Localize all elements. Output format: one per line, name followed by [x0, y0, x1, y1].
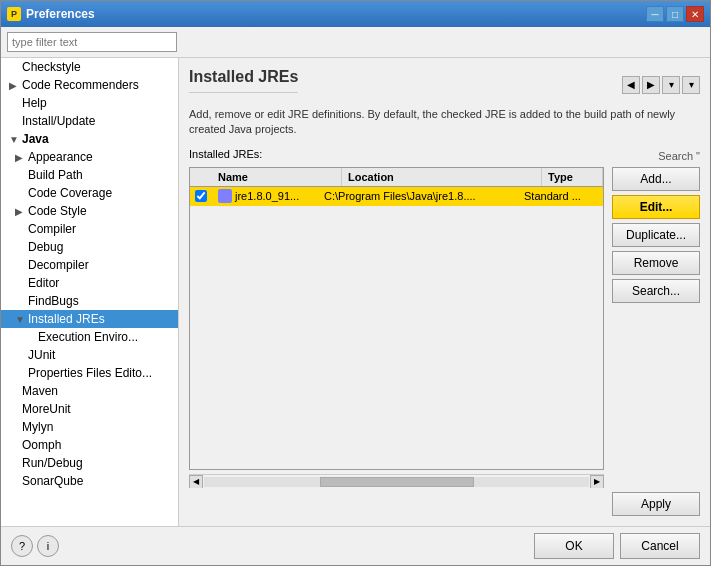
main-split: Checkstyle ▶ Code Recommenders Help Inst… — [1, 58, 710, 526]
sidebar-item-label: Appearance — [28, 150, 93, 164]
sidebar-item-junit[interactable]: JUnit — [1, 346, 178, 364]
sidebar-item-execution-enviro[interactable]: Execution Enviro... — [1, 328, 178, 346]
sidebar-item-label: Mylyn — [22, 420, 53, 434]
name-column-header: Name — [212, 168, 342, 186]
sidebar-item-code-recommenders[interactable]: ▶ Code Recommenders — [1, 76, 178, 94]
jre-name: jre1.8.0_91... — [235, 190, 299, 202]
table-container: Name Location Type — [189, 167, 604, 488]
sidebar-item-label: Maven — [22, 384, 58, 398]
nav-forward-button[interactable]: ▶ — [642, 76, 660, 94]
no-arrow — [9, 62, 19, 73]
sidebar-item-compiler[interactable]: Compiler — [1, 220, 178, 238]
nav-dropdown2-button[interactable]: ▾ — [682, 76, 700, 94]
sidebar-item-label: Compiler — [28, 222, 76, 236]
panel-title: Installed JREs — [189, 68, 298, 93]
sidebar-item-editor[interactable]: Editor — [1, 274, 178, 292]
ok-button[interactable]: OK — [534, 533, 614, 559]
type-cell: Standard ... — [518, 188, 603, 204]
search-button[interactable]: Search... — [612, 279, 700, 303]
sidebar-item-decompiler[interactable]: Decompiler — [1, 256, 178, 274]
sidebar-item-debug[interactable]: Debug — [1, 238, 178, 256]
sidebar-item-label: FindBugs — [28, 294, 79, 308]
scroll-left-button[interactable]: ◀ — [189, 475, 203, 489]
sidebar-item-code-style[interactable]: ▶ Code Style — [1, 202, 178, 220]
info-button[interactable]: i — [37, 535, 59, 557]
panel-description: Add, remove or edit JRE definitions. By … — [189, 107, 700, 138]
location-cell: C:\Program Files\Java\jre1.8.... — [318, 188, 518, 204]
location-column-header: Location — [342, 168, 542, 186]
sidebar-item-label: Checkstyle — [22, 60, 81, 74]
apply-button[interactable]: Apply — [612, 492, 700, 516]
sidebar-item-checkstyle[interactable]: Checkstyle — [1, 58, 178, 76]
no-arrow — [15, 224, 25, 235]
nav-dropdown-button[interactable]: ▾ — [662, 76, 680, 94]
cancel-button[interactable]: Cancel — [620, 533, 700, 559]
content-area: Checkstyle ▶ Code Recommenders Help Inst… — [1, 27, 710, 565]
edit-button[interactable]: Edit... — [612, 195, 700, 219]
add-button[interactable]: Add... — [612, 167, 700, 191]
sidebar-item-sonarqube[interactable]: SonarQube — [1, 472, 178, 490]
sidebar-item-label: Build Path — [28, 168, 83, 182]
jre-checkbox[interactable] — [195, 190, 207, 202]
apply-area: Apply — [189, 488, 700, 516]
sidebar-item-label: SonarQube — [22, 474, 83, 488]
no-arrow — [9, 440, 19, 451]
scroll-track[interactable] — [204, 477, 589, 487]
search-label: Search " — [658, 150, 700, 162]
nav-arrows: ◀ ▶ ▾ ▾ — [622, 76, 700, 94]
sidebar-item-label: Code Recommenders — [22, 78, 139, 92]
no-arrow — [25, 332, 35, 343]
nav-back-button[interactable]: ◀ — [622, 76, 640, 94]
scroll-right-button[interactable]: ▶ — [590, 475, 604, 489]
right-panel: Installed JREs ◀ ▶ ▾ ▾ Add, remove or ed… — [179, 58, 710, 526]
window-title: Preferences — [26, 7, 95, 21]
sidebar-item-appearance[interactable]: ▶ Appearance — [1, 148, 178, 166]
collapse-arrow: ▼ — [9, 134, 19, 145]
jre-table-body: jre1.8.0_91... C:\Program Files\Java\jre… — [190, 187, 603, 469]
type-column-header: Type — [542, 168, 603, 186]
sidebar-item-maven[interactable]: Maven — [1, 382, 178, 400]
minimize-button[interactable]: ─ — [646, 6, 664, 22]
sidebar-item-run-debug[interactable]: Run/Debug — [1, 454, 178, 472]
expand-arrow: ▶ — [15, 152, 25, 163]
sidebar-item-code-coverage[interactable]: Code Coverage — [1, 184, 178, 202]
no-arrow — [15, 296, 25, 307]
title-controls: ─ □ ✕ — [646, 6, 704, 22]
collapse-arrow: ▼ — [15, 314, 25, 325]
sidebar-item-java[interactable]: ▼ Java — [1, 130, 178, 148]
sidebar-item-mylyn[interactable]: Mylyn — [1, 418, 178, 436]
duplicate-button[interactable]: Duplicate... — [612, 223, 700, 247]
expand-arrow: ▶ — [9, 80, 19, 91]
no-arrow — [15, 188, 25, 199]
sidebar-item-installed-jres[interactable]: ▼ Installed JREs — [1, 310, 178, 328]
no-arrow — [15, 368, 25, 379]
filter-input[interactable] — [7, 32, 177, 52]
sidebar: Checkstyle ▶ Code Recommenders Help Inst… — [1, 58, 179, 526]
sidebar-item-properties-files[interactable]: Properties Files Edito... — [1, 364, 178, 382]
jre-icon — [218, 189, 232, 203]
sidebar-item-label: Code Coverage — [28, 186, 112, 200]
no-arrow — [9, 404, 19, 415]
horizontal-scrollbar: ◀ ▶ — [189, 474, 604, 488]
sidebar-item-moreunit[interactable]: MoreUnit — [1, 400, 178, 418]
remove-button[interactable]: Remove — [612, 251, 700, 275]
checkbox-col-header — [190, 168, 212, 186]
action-buttons: Add... Edit... Duplicate... Remove Searc… — [612, 167, 700, 488]
bottom-bar: ? i OK Cancel — [1, 526, 710, 565]
sidebar-item-install-update[interactable]: Install/Update — [1, 112, 178, 130]
help-button[interactable]: ? — [11, 535, 33, 557]
table-row[interactable]: jre1.8.0_91... C:\Program Files\Java\jre… — [190, 187, 603, 207]
no-arrow — [9, 386, 19, 397]
jre-table-header: Name Location Type — [190, 168, 603, 187]
sidebar-item-findbugs[interactable]: FindBugs — [1, 292, 178, 310]
close-button[interactable]: ✕ — [686, 6, 704, 22]
no-arrow — [15, 278, 25, 289]
maximize-button[interactable]: □ — [666, 6, 684, 22]
no-arrow — [15, 242, 25, 253]
row-checkbox[interactable] — [190, 190, 212, 202]
table-and-buttons: Name Location Type — [189, 167, 700, 488]
sidebar-item-help[interactable]: Help — [1, 94, 178, 112]
sidebar-item-oomph[interactable]: Oomph — [1, 436, 178, 454]
window-icon: P — [7, 7, 21, 21]
sidebar-item-build-path[interactable]: Build Path — [1, 166, 178, 184]
